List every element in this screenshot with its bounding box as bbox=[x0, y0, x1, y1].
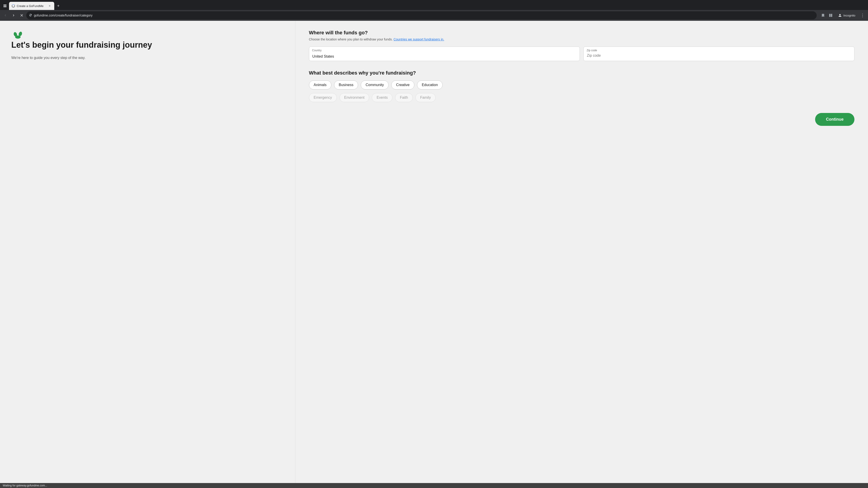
continue-button[interactable]: Continue bbox=[815, 113, 855, 126]
category-chip-faith[interactable]: Faith bbox=[395, 93, 413, 102]
funds-title: Where will the funds go? bbox=[309, 30, 855, 36]
reload-button[interactable] bbox=[18, 12, 25, 19]
category-chip-business[interactable]: Business bbox=[334, 80, 358, 90]
tab-title: Create a GoFundMe bbox=[17, 4, 46, 8]
funds-subtitle: Choose the location where you plan to wi… bbox=[309, 37, 855, 41]
back-button[interactable] bbox=[2, 12, 9, 19]
category-chip-environment[interactable]: Environment bbox=[340, 93, 369, 102]
bookmark-button[interactable] bbox=[819, 12, 827, 19]
split-screen-button[interactable] bbox=[827, 12, 834, 19]
category-chip-creative[interactable]: Creative bbox=[391, 80, 414, 90]
tab-close-button[interactable]: ✕ bbox=[48, 4, 52, 8]
category-title: What best describes why you're fundraisi… bbox=[309, 70, 855, 76]
location-row: Country United States Zip code bbox=[309, 46, 855, 61]
zip-input[interactable] bbox=[583, 46, 855, 61]
address-actions bbox=[819, 12, 834, 19]
tab-bar: Create a GoFundMe ✕ + bbox=[0, 0, 868, 10]
page-content: Let's begin your fundraising journey We'… bbox=[0, 21, 868, 483]
svg-rect-1 bbox=[831, 14, 832, 17]
category-chip-animals[interactable]: Animals bbox=[309, 80, 331, 90]
url-text: gofundme.com/create/fundraiser/category bbox=[34, 13, 814, 17]
address-bar[interactable]: gofundme.com/create/fundraiser/category bbox=[26, 11, 817, 20]
right-panel: Where will the funds go? Choose the loca… bbox=[295, 21, 868, 483]
status-bar: Waiting for gateway.gofundme.com... bbox=[0, 483, 868, 488]
status-text: Waiting for gateway.gofundme.com... bbox=[3, 484, 47, 487]
category-chip-education[interactable]: Education bbox=[417, 80, 442, 90]
address-bar-row: gofundme.com/create/fundraiser/category … bbox=[0, 10, 868, 21]
left-panel: Let's begin your fundraising journey We'… bbox=[0, 21, 295, 483]
active-tab[interactable]: Create a GoFundMe ✕ bbox=[9, 2, 54, 10]
country-field: Country United States bbox=[309, 46, 580, 61]
main-heading: Let's begin your fundraising journey bbox=[11, 40, 284, 50]
category-chip-family[interactable]: Family bbox=[415, 93, 436, 102]
browser-menu-button[interactable]: ⋮ bbox=[859, 12, 866, 19]
category-section: What best describes why you're fundraisi… bbox=[309, 70, 855, 109]
incognito-profile-button[interactable]: Incognito bbox=[835, 12, 858, 18]
forward-button[interactable] bbox=[10, 12, 17, 19]
new-tab-button[interactable]: + bbox=[55, 3, 61, 9]
countries-link[interactable]: Countries we support fundraisers in. bbox=[394, 37, 444, 41]
continue-row: Continue bbox=[309, 113, 855, 126]
security-icon bbox=[29, 13, 32, 18]
svg-rect-0 bbox=[829, 14, 831, 17]
category-chip-community[interactable]: Community bbox=[361, 80, 389, 90]
country-select[interactable]: United States bbox=[309, 46, 580, 61]
svg-point-4 bbox=[15, 35, 21, 39]
sub-text: We're here to guide you every step of th… bbox=[11, 55, 284, 61]
tab-switcher-button[interactable] bbox=[2, 3, 8, 9]
gofundme-logo bbox=[11, 30, 284, 40]
category-chips: Animals Business Community Creative Educ… bbox=[309, 80, 855, 90]
browser-chrome: Create a GoFundMe ✕ + gofundme.com/creat… bbox=[0, 0, 868, 21]
funds-section: Where will the funds go? Choose the loca… bbox=[309, 30, 855, 70]
incognito-label: Incognito bbox=[843, 14, 855, 17]
more-category-chips: Emergency Environment Events Faith Famil… bbox=[309, 93, 855, 102]
category-chip-events[interactable]: Events bbox=[372, 93, 393, 102]
zip-field: Zip code bbox=[583, 46, 855, 61]
category-chip-emergency[interactable]: Emergency bbox=[309, 93, 337, 102]
tab-loading-spinner bbox=[12, 4, 15, 7]
